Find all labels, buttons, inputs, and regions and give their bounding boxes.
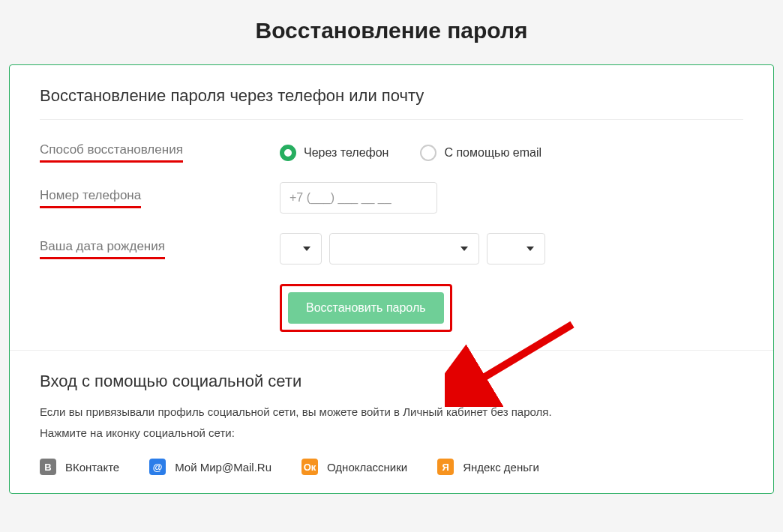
label-phone-number: Номер телефона (40, 188, 141, 208)
social-section: Вход с помощью социальной сети Если вы п… (10, 351, 773, 493)
form-section-title: Восстановление пароля через телефон или … (40, 86, 743, 106)
radio-dot-icon (420, 145, 436, 161)
social-link-vk-label: ВКонтакте (65, 461, 119, 474)
social-links-row: B ВКонтакте @ Мой Мир@Mail.Ru Ок Однокла… (40, 459, 743, 475)
form-section: Восстановление пароля через телефон или … (10, 65, 773, 351)
phone-input[interactable] (280, 182, 437, 214)
birth-month-select[interactable] (329, 233, 479, 265)
vk-icon: B (40, 459, 56, 475)
social-link-odnoklassniki[interactable]: Ок Одноклассники (302, 459, 407, 475)
birth-year-select[interactable] (487, 233, 545, 265)
radio-via-email[interactable]: С помощью email (420, 145, 542, 161)
submit-highlight-annotation: Восстановить пароль (280, 284, 452, 332)
social-desc-line1: Если вы привязывали профиль социальной с… (40, 403, 743, 421)
chevron-down-icon (460, 247, 468, 251)
row-birthdate: Ваша дата рождения (40, 233, 743, 265)
social-link-yandex-money-label: Яндекс деньги (463, 461, 539, 474)
social-section-title: Вход с помощью социальной сети (40, 372, 743, 391)
radio-via-email-label: С помощью email (444, 146, 542, 160)
page-title: Восстановление пароля (0, 18, 783, 43)
social-link-odnoklassniki-label: Одноклассники (327, 461, 407, 474)
social-link-mailru[interactable]: @ Мой Мир@Mail.Ru (149, 459, 272, 475)
recovery-card: Восстановление пароля через телефон или … (9, 64, 774, 494)
submit-recover-button[interactable]: Восстановить пароль (288, 292, 444, 324)
birth-day-select[interactable] (280, 233, 322, 265)
submit-row: Восстановить пароль (280, 284, 743, 332)
row-phone: Номер телефона (40, 182, 743, 214)
yandex-money-icon: Я (437, 459, 454, 475)
chevron-down-icon (526, 247, 534, 251)
label-birthdate: Ваша дата рождения (40, 239, 165, 259)
recovery-method-radio-group: Через телефон С помощью email (280, 145, 542, 161)
row-recovery-method: Способ восстановления Через телефон С по… (40, 142, 743, 163)
label-recovery-method: Способ восстановления (40, 142, 183, 163)
chevron-down-icon (303, 247, 310, 251)
radio-dot-icon (280, 145, 296, 161)
radio-via-phone[interactable]: Через телефон (280, 145, 388, 161)
social-desc-line2: Нажмите на иконку социальной сети: (40, 424, 743, 442)
social-link-vk[interactable]: B ВКонтакте (40, 459, 119, 475)
mailru-icon: @ (149, 459, 166, 475)
social-link-yandex-money[interactable]: Я Яндекс деньги (437, 459, 539, 475)
divider (40, 119, 743, 120)
odnoklassniki-icon: Ок (302, 459, 318, 475)
radio-via-phone-label: Через телефон (304, 146, 388, 160)
social-link-mailru-label: Мой Мир@Mail.Ru (175, 461, 272, 474)
